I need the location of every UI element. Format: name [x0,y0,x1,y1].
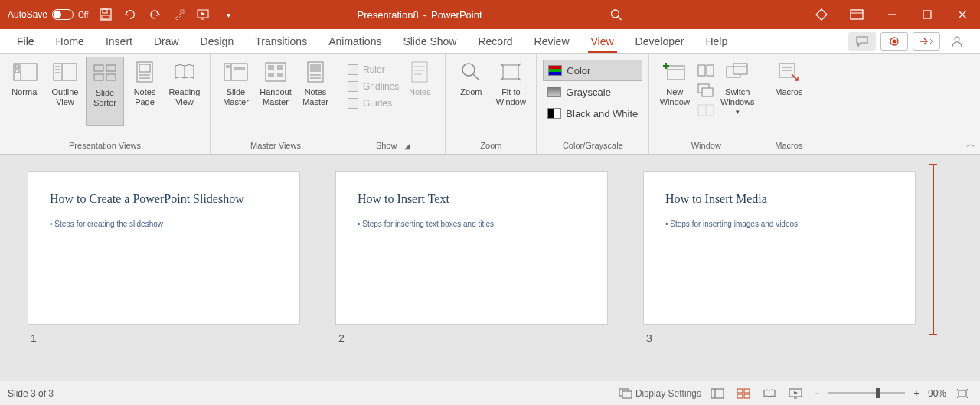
notes-page-button[interactable]: Notes Page [126,57,164,126]
user-icon[interactable] [945,32,969,51]
reading-view-button[interactable]: Reading View [165,57,204,126]
group-label: Zoom [480,139,501,152]
svg-rect-78 [959,390,966,397]
group-label: Show◢ [376,139,411,152]
slide-sorter-icon [93,60,117,85]
diamond-icon[interactable] [804,0,839,29]
macros-button[interactable]: Macros [769,57,808,126]
switch-windows-button[interactable]: Switch Windows ▾ [718,57,756,126]
tab-developer[interactable]: Developer [625,29,695,53]
new-window-button[interactable]: New Window [655,57,694,126]
comments-button[interactable] [848,32,876,51]
eyedropper-icon[interactable] [172,8,186,21]
tab-animations[interactable]: Animations [318,29,392,53]
from-beginning-icon[interactable] [197,8,211,21]
document-name: Presentation8 [357,9,418,21]
fit-status-icon[interactable] [952,385,972,402]
zoom-minus[interactable]: − [812,388,822,399]
group-label: Window [691,139,721,152]
switch-windows-icon [725,60,750,84]
handout-master-button[interactable]: Handout Master [256,57,295,126]
slide-counter[interactable]: Slide 3 of 3 [8,388,54,399]
tab-file[interactable]: File [6,29,45,53]
notes-page-icon [132,60,157,84]
undo-button[interactable] [123,8,137,21]
group-show: Ruler Gridlines Guides Notes Show◢ [341,54,446,154]
svg-point-5 [612,10,619,18]
slideshow-status-icon[interactable] [786,385,805,402]
qat: AutoSave Off ▾ [0,8,235,21]
svg-rect-40 [277,65,283,70]
cascade-button[interactable] [695,81,717,100]
redo-button[interactable] [148,8,162,21]
normal-view-status-icon[interactable] [707,385,727,402]
ribbon: Normal Outline View Slide Sorter Notes P… [0,54,980,155]
svg-rect-36 [234,67,245,70]
ribbon-options-icon[interactable] [839,0,874,29]
group-zoom: Zoom Fit to Window Zoom [446,54,537,154]
svg-rect-3 [181,10,184,13]
maximize-button[interactable] [910,0,945,29]
normal-view-button[interactable]: Normal [6,57,44,126]
svg-point-15 [955,37,959,41]
group-label: Presentation Views [69,139,141,152]
save-icon[interactable] [99,8,113,21]
slide-number: 2 [335,325,608,352]
tab-review[interactable]: Review [524,29,580,53]
normal-view-icon [13,60,38,84]
dialog-launcher-icon[interactable]: ◢ [404,142,410,150]
zoom-plus[interactable]: + [911,388,922,399]
fit-window-icon [498,60,523,84]
display-settings-button[interactable]: Display Settings [619,385,701,402]
title-center: Presentation8 - PowerPoint [357,8,622,21]
svg-rect-75 [744,394,750,398]
sorter-view-status-icon[interactable] [733,385,753,402]
zoom-slider[interactable] [828,392,905,394]
slide-thumbnail-3[interactable]: How to Insert Media Steps for inserting … [643,171,916,352]
tab-home[interactable]: Home [45,29,95,53]
tab-view[interactable]: View [580,29,625,53]
svg-rect-16 [14,64,37,80]
search-icon[interactable] [609,8,623,21]
minimize-button[interactable] [874,0,910,29]
tab-help[interactable]: Help [694,29,738,53]
status-bar: Slide 3 of 3 Display Settings − + 90% [0,381,980,405]
slide-sorter-area[interactable]: How to Create a PowerPoint Slideshow Ste… [0,155,980,381]
slide-thumbnail-2[interactable]: How to Insert Text Steps for inserting t… [335,171,608,352]
qat-overflow-icon[interactable]: ▾ [221,8,235,21]
slide-body: Steps for creating the slideshow [50,220,278,228]
zoom-button[interactable]: Zoom [452,57,490,126]
fit-to-window-button[interactable]: Fit to Window [492,57,530,126]
svg-rect-20 [54,64,77,80]
notes-icon [407,60,432,84]
notes-master-button[interactable]: Notes Master [296,57,335,126]
autosave-toggle[interactable]: AutoSave Off [8,9,88,20]
slide-sorter-button[interactable]: Slide Sorter [86,57,124,126]
close-button[interactable] [945,0,980,29]
zoom-percent[interactable]: 90% [928,388,946,399]
tab-insert[interactable]: Insert [95,29,143,53]
svg-rect-30 [139,64,150,72]
collapse-ribbon-icon[interactable]: ︿ [966,138,975,151]
color-button[interactable]: Color [543,60,642,81]
tab-draw[interactable]: Draw [143,29,190,53]
svg-rect-53 [503,65,518,79]
outline-view-button[interactable]: Outline View [46,57,84,126]
slide-master-button[interactable]: Slide Master [217,57,255,126]
move-split-button[interactable] [695,101,717,119]
checkbox-icon [348,98,358,109]
record-button[interactable] [880,32,908,51]
arrange-all-button[interactable] [695,61,717,80]
grayscale-button[interactable]: Grayscale [543,81,642,103]
slide-thumbnail-1[interactable]: How to Create a PowerPoint Slideshow Ste… [28,171,300,352]
tab-transitions[interactable]: Transitions [244,29,318,53]
autosave-label: AutoSave [8,9,47,20]
slide-body: Steps for inserting text boxes and title… [358,220,586,228]
tab-record[interactable]: Record [467,29,523,53]
reading-view-status-icon[interactable] [760,385,779,402]
svg-rect-57 [707,65,714,76]
tab-design[interactable]: Design [190,29,245,53]
tab-slide-show[interactable]: Slide Show [392,29,467,53]
share-button[interactable] [913,32,940,51]
black-white-button[interactable]: Black and White [543,103,642,124]
